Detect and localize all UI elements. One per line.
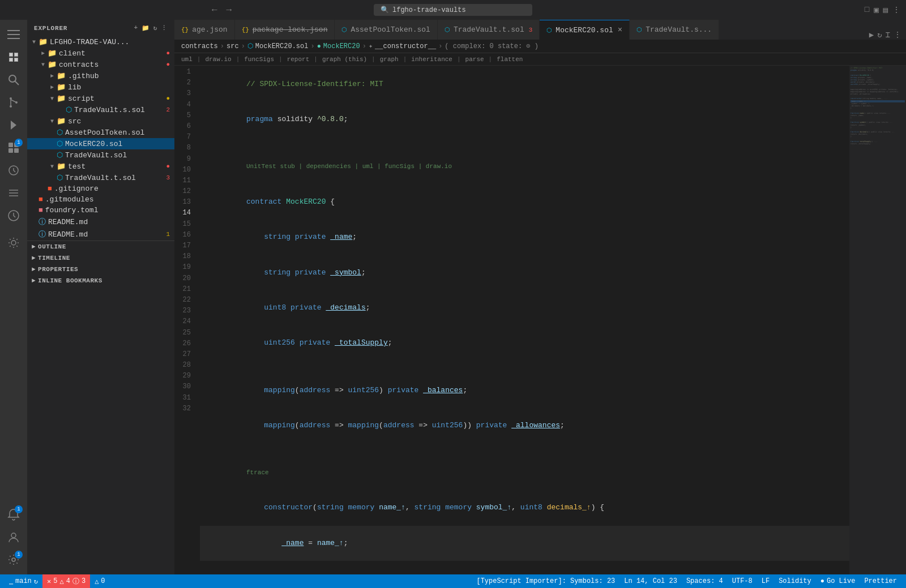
activity-extra4-icon[interactable] xyxy=(3,233,24,253)
tabs-actions: ▶ ↻ ⌶ ⋮ xyxy=(869,30,906,40)
split-editor-icon[interactable]: ⌶ xyxy=(886,30,890,40)
sidebar-item-TradeVault.sol[interactable]: ⬡ TradeVault.sol xyxy=(27,149,174,161)
tab-tv-s-icon: ⬡ xyxy=(636,26,642,33)
status-go-live[interactable]: ● Go Live xyxy=(816,574,860,588)
tree-root[interactable]: ▼ 📁 LFGHO-TRADE-VAU... xyxy=(27,36,174,48)
activity-extra1-icon[interactable] xyxy=(3,160,24,181)
client-label: client xyxy=(59,49,164,58)
lens-report-link[interactable]: report xyxy=(287,56,310,63)
inline-bookmarks-section[interactable]: ► INLINE BOOKMARKS xyxy=(27,275,174,286)
activity-extensions-icon[interactable]: 1 xyxy=(3,138,24,158)
debug-run-icon[interactable]: ↻ xyxy=(877,30,882,40)
bookmarks-label: INLINE BOOKMARKS xyxy=(38,277,102,284)
sidebar-item-script[interactable]: ▼ 📁 script ● xyxy=(27,93,174,104)
new-folder-icon[interactable]: 📁 xyxy=(142,24,150,32)
code-line-1: // SPDX-License-Identifier: MIT xyxy=(200,67,849,102)
outline-section[interactable]: ► OUTLINE xyxy=(27,241,174,252)
sidebar-item-test[interactable]: ▼ 📁 test ● xyxy=(27,161,174,172)
sidebar-item-TradeVault.s.sol[interactable]: ⬡ TradeVault.s.sol 2 xyxy=(27,104,174,115)
lens-flatten-link[interactable]: flatten xyxy=(497,56,523,63)
tab-tradevault-t[interactable]: ⬡ TradeVault.t.sol 3 xyxy=(438,20,540,40)
activity-explorer-icon[interactable] xyxy=(3,47,24,67)
error-count: 5 xyxy=(53,577,57,585)
more-tabs-icon[interactable]: ⋮ xyxy=(894,30,901,40)
tabs-bar: {} age.json {} package-lock.json ⬡ Asset… xyxy=(174,20,906,40)
sidebar-item-readme2[interactable]: ⓘ README.md 1 xyxy=(27,228,174,241)
activity-settings-icon[interactable]: 1 xyxy=(3,550,24,570)
activity-search-icon[interactable] xyxy=(3,70,24,90)
activity-extra2-icon[interactable] xyxy=(3,183,24,203)
ln-16: 16 xyxy=(174,230,193,241)
status-cursor[interactable]: Ln 14, Col 23 xyxy=(619,574,682,588)
run-icon[interactable]: ▶ xyxy=(869,30,874,40)
sidebar-item-readme1[interactable]: ⓘ README.md xyxy=(27,216,174,228)
layout-icon-3[interactable]: ▤ xyxy=(883,5,888,15)
status-prettier[interactable]: Prettier xyxy=(860,574,901,588)
layout-icon-4[interactable]: ⋮ xyxy=(892,5,900,15)
tab-tv-s-label: TradeVault.s... xyxy=(646,25,712,34)
properties-section[interactable]: ► PROPERTIES xyxy=(27,264,174,275)
lens-graph-link[interactable]: graph xyxy=(380,56,399,63)
lens-funcsigs-link[interactable]: funcSigs xyxy=(244,56,274,63)
new-file-icon[interactable]: + xyxy=(134,24,138,32)
sidebar-item-AssetPoolToken.sol[interactable]: ⬡ AssetPoolToken.sol xyxy=(27,127,174,138)
layout-icon-1[interactable]: □ xyxy=(865,5,869,15)
status-line-ending[interactable]: LF xyxy=(757,574,774,588)
sidebar-item-TradeVault.t.sol[interactable]: ⬡ TradeVault.t.sol 3 xyxy=(27,172,174,183)
code-content[interactable]: // SPDX-License-Identifier: MIT pragma s… xyxy=(200,66,849,574)
sidebar-item-foundry-toml[interactable]: ■ foundry.toml xyxy=(27,205,174,216)
timeline-section[interactable]: ► TIMELINE xyxy=(27,252,174,264)
status-language[interactable]: Solidity xyxy=(774,574,816,588)
src-chevron: ▼ xyxy=(48,118,57,125)
lens-drawio-link[interactable]: draw.io xyxy=(205,56,231,63)
tab-mock-close[interactable]: × xyxy=(618,25,622,35)
status-errors[interactable]: ✕ 5 △ 4 ⓘ 3 xyxy=(42,574,90,588)
sidebar-item-src[interactable]: ▼ 📁 src xyxy=(27,115,174,127)
activity-menu-icon[interactable] xyxy=(3,24,24,45)
tab-mockerc20[interactable]: ⬡ MockERC20.sol × xyxy=(540,20,630,40)
ln-14: 14 xyxy=(174,208,193,218)
sidebar-item-contracts[interactable]: ▼ 📁 contracts ● xyxy=(27,59,174,70)
breadcrumb-class[interactable]: MockERC20 xyxy=(323,42,360,50)
sidebar-item-lib[interactable]: ► 📁 lib xyxy=(27,81,174,93)
lens-uml-link[interactable]: uml xyxy=(181,56,193,63)
status-bar: ⎯ main ↻ ✕ 5 △ 4 ⓘ 3 △ 0 [TypeScript Imp… xyxy=(0,574,906,588)
lens-parse-link[interactable]: parse xyxy=(465,56,484,63)
sidebar-item-client[interactable]: ► 📁 client ● xyxy=(27,48,174,59)
activity-extra3-icon[interactable] xyxy=(3,205,24,226)
breadcrumb-file-icon: ⬡ xyxy=(247,42,253,50)
nav-forward-button[interactable]: → xyxy=(224,4,234,16)
sidebar-item-gitignore[interactable]: ■ .gitignore xyxy=(27,183,174,194)
tab-asset-label: AssetPoolToken.sol xyxy=(351,25,430,34)
activity-account-icon[interactable] xyxy=(3,527,24,547)
sidebar-item-MockERC20.sol[interactable]: ⬡ MockERC20.sol xyxy=(27,138,174,149)
layout-icon-2[interactable]: ▣ xyxy=(874,5,878,15)
tab-age-json[interactable]: {} age.json xyxy=(174,20,235,40)
breadcrumb-contracts[interactable]: contracts xyxy=(181,42,218,50)
gitignore-label: .gitignore xyxy=(54,184,170,193)
refresh-icon[interactable]: ↻ xyxy=(153,24,157,32)
tab-age-json-label: age.json xyxy=(192,25,227,34)
sidebar-item-github[interactable]: ► 📁 .github xyxy=(27,70,174,81)
activity-notify-icon[interactable]: 1 xyxy=(3,504,24,525)
breadcrumb-file[interactable]: MockERC20.sol xyxy=(255,42,309,50)
activity-scm-icon[interactable] xyxy=(3,92,24,113)
lens-graph-this-link[interactable]: graph (this) xyxy=(322,56,367,63)
lens-inheritance-link[interactable]: inheritance xyxy=(411,56,452,63)
nav-back-button[interactable]: ← xyxy=(210,4,220,16)
sidebar-item-gitmodules[interactable]: ■ .gitmodules xyxy=(27,194,174,205)
status-spaces[interactable]: Spaces: 4 xyxy=(682,574,728,588)
status-branch[interactable]: ⎯ main ↻ xyxy=(5,574,42,588)
status-git-changes[interactable]: △ 0 xyxy=(90,574,109,588)
tab-tradevault-s[interactable]: ⬡ TradeVault.s... xyxy=(630,20,719,40)
titlebar-search[interactable]: 🔍 lfgho-trade-vaults xyxy=(374,4,532,16)
breadcrumb-constructor[interactable]: __constructor__ xyxy=(375,42,436,50)
minimap: // SPDX-License-Identifier: MIT pragma s… xyxy=(849,66,906,574)
tab-asset-pool[interactable]: ⬡ AssetPoolToken.sol xyxy=(335,20,437,40)
tab-package-lock[interactable]: {} package-lock.json xyxy=(235,20,335,40)
breadcrumb-src[interactable]: src xyxy=(226,42,239,50)
status-encoding[interactable]: UTF-8 xyxy=(728,574,757,588)
collapse-icon[interactable]: ⋮ xyxy=(161,24,168,32)
activity-debug-icon[interactable] xyxy=(3,115,24,135)
gitmodules-label: .gitmodules xyxy=(45,195,170,204)
